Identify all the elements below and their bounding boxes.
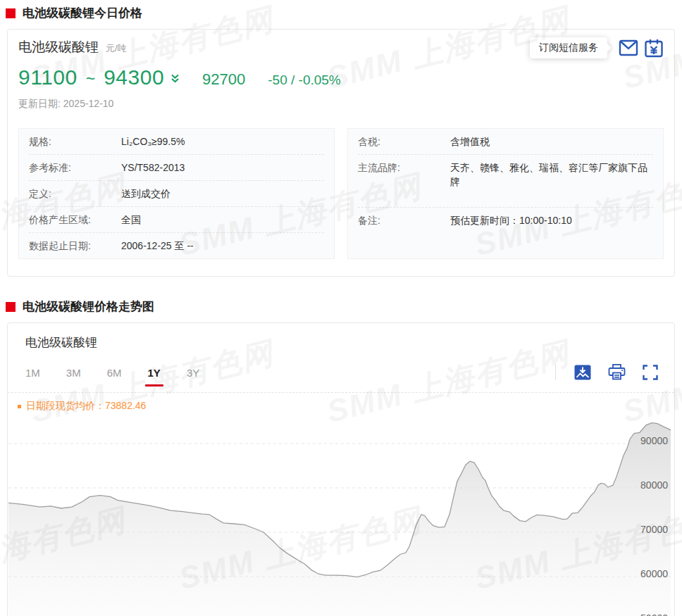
spec-label: 参考标准: xyxy=(29,161,121,175)
mail-subscribe-icon[interactable] xyxy=(619,39,638,57)
spec-value: 天齐、赣锋、雅化、瑞福、容汇等厂家旗下品牌 xyxy=(450,161,653,189)
spec-value: 含增值税 xyxy=(450,134,653,149)
svg-text:90000: 90000 xyxy=(640,435,668,446)
spec-label: 数据起止日期: xyxy=(29,239,121,253)
price-row: 91100 ~ 94300 92700 -50 / -0.05% xyxy=(18,65,664,89)
spec-box-right: 含税: 含增值税 主流品牌: 天齐、赣锋、雅化、瑞福、容汇等厂家旗下品牌 备注:… xyxy=(347,128,664,259)
product-name: 电池级碳酸锂 xyxy=(18,38,99,56)
spec-label: 主流品牌: xyxy=(358,161,450,189)
legend-marker xyxy=(18,405,21,408)
tab-1m[interactable]: 1M xyxy=(25,366,40,380)
subscribe-area: 订阅短信服务 xyxy=(530,37,664,58)
spec-row-reference-standard: 参考标准: YS/T582-2013 xyxy=(29,155,324,181)
vertical-divider xyxy=(555,365,556,380)
spec-label: 规格: xyxy=(29,134,121,149)
active-tab-underline xyxy=(145,384,163,386)
spec-row-main-brands: 主流品牌: 天齐、赣锋、雅化、瑞福、容汇等厂家旗下品牌 xyxy=(358,155,653,208)
price-high: 94300 xyxy=(104,65,164,89)
svg-text:50000: 50000 xyxy=(640,612,668,616)
double-down-arrow-icon xyxy=(170,73,180,86)
spec-label: 定义: xyxy=(29,187,121,201)
chart-title: 电池级碳酸锂 xyxy=(25,334,674,351)
price-subscribe-icon[interactable] xyxy=(644,39,664,58)
legend-label: 日期段现货均价：73882.46 xyxy=(26,400,146,413)
price-average: 92700 xyxy=(202,70,245,89)
spec-row-data-range: 数据起止日期: 2006-12-25 至 -- xyxy=(29,233,324,258)
chart-card: 电池级碳酸锂 1M 3M 6M 1Y 3Y xyxy=(7,322,675,616)
price-unit: 元/吨 xyxy=(106,42,127,55)
red-square-bullet xyxy=(6,302,16,312)
spec-value: 送到成交价 xyxy=(121,187,324,201)
svg-text:70000: 70000 xyxy=(640,524,668,535)
update-date: 更新日期: 2025-12-10 xyxy=(18,98,664,111)
dashed-separator xyxy=(8,392,674,393)
spec-value: Li₂CO₃≥99.5% xyxy=(121,134,324,149)
spec-row-remark: 备注: 预估更新时间：10:00-10:10 xyxy=(358,208,653,233)
section-title-text: 电池级碳酸锂今日价格 xyxy=(23,5,142,21)
tab-3y[interactable]: 3Y xyxy=(187,366,199,380)
area-fill xyxy=(8,423,671,616)
spec-label: 备注: xyxy=(358,213,450,227)
red-square-bullet xyxy=(6,8,16,18)
section-title-text: 电池级碳酸锂价格走势图 xyxy=(23,298,154,315)
price-low: 91100 xyxy=(18,65,78,89)
chart-action-icons xyxy=(555,364,664,380)
range-tabs: 1M 3M 6M 1Y 3Y xyxy=(25,366,199,380)
area-chart-svg[interactable]: 5000060000700008000090000 xyxy=(8,417,671,616)
spec-row-specification: 规格: Li₂CO₃≥99.5% xyxy=(29,129,324,155)
spec-value: 2006-12-25 至 -- xyxy=(121,239,324,253)
chart-toolbar: 1M 3M 6M 1Y 3Y xyxy=(25,365,664,381)
spec-value: YS/T582-2013 xyxy=(121,161,324,175)
spec-row-definition: 定义: 送到成交价 xyxy=(29,181,324,207)
spec-grid: 规格: Li₂CO₃≥99.5% 参考标准: YS/T582-2013 定义: … xyxy=(18,128,664,259)
section-title-trend: 电池级碳酸锂价格走势图 xyxy=(6,298,682,315)
price-trend-chart[interactable]: 5000060000700008000090000 2024/12/10 202… xyxy=(8,417,674,616)
price-card: 电池级碳酸锂 元/吨 订阅短信服务 91100 ~ 94300 xyxy=(7,29,675,277)
svg-text:80000: 80000 xyxy=(640,479,668,491)
spec-row-price-region: 价格产生区域: 全国 xyxy=(29,207,324,233)
tab-6m[interactable]: 6M xyxy=(107,366,122,380)
svg-text:60000: 60000 xyxy=(640,568,668,579)
chart-legend[interactable]: 日期段现货均价：73882.46 xyxy=(18,400,674,413)
price-change: -50 / -0.05% xyxy=(268,73,341,88)
subscribe-tooltip: 订阅短信服务 xyxy=(530,37,607,58)
spec-row-tax: 含税: 含增值税 xyxy=(358,129,653,155)
tab-3m[interactable]: 3M xyxy=(66,366,81,380)
spec-label: 价格产生区域: xyxy=(29,213,121,227)
tab-label: 1Y xyxy=(148,367,161,379)
print-icon[interactable] xyxy=(608,364,626,380)
tab-1y[interactable]: 1Y xyxy=(148,366,161,380)
download-image-icon[interactable] xyxy=(574,365,591,380)
spec-value: 预估更新时间：10:00-10:10 xyxy=(450,213,653,227)
spec-label: 含税: xyxy=(358,134,450,149)
spec-box-left: 规格: Li₂CO₃≥99.5% 参考标准: YS/T582-2013 定义: … xyxy=(18,128,335,259)
price-separator: ~ xyxy=(86,70,95,89)
spec-value: 全国 xyxy=(121,213,324,227)
section-title-today: 电池级碳酸锂今日价格 xyxy=(6,0,682,21)
fullscreen-icon[interactable] xyxy=(643,365,658,380)
